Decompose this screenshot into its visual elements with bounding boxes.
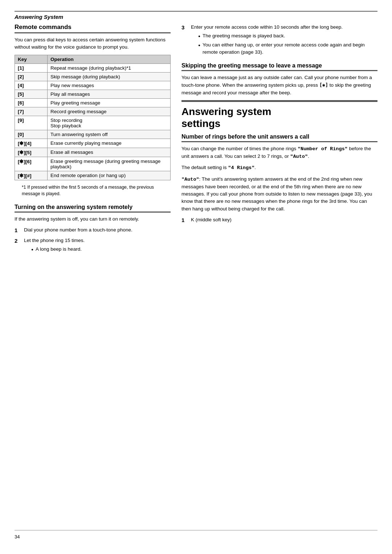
table-row-op-3: Play all messages — [48, 90, 171, 98]
table-row-op-9: Erase all messages — [48, 148, 171, 157]
table-row-key-0: [1] — [15, 63, 48, 72]
step-2-text: Let the phone ring 15 times. — [24, 238, 85, 243]
remote-commands-section: Remote commands You can press dial keys … — [15, 24, 171, 197]
table-header-key: Key — [15, 55, 48, 63]
step-1-text: Dial your phone number from a touch-tone… — [24, 226, 132, 235]
step-1-num: 1 — [15, 226, 21, 235]
step-1: 1 Dial your phone number from a touch-to… — [15, 226, 171, 235]
left-column: Remote commands You can press dial keys … — [15, 24, 171, 530]
skipping-section: Skipping the greeting message to leave a… — [181, 62, 377, 97]
remote-commands-title: Remote commands — [15, 24, 171, 33]
number-of-rings-mono3: "4 Rings" — [228, 165, 254, 171]
number-of-rings-body1: You can change the number of times the p… — [181, 145, 377, 161]
number-of-rings-mono2: "Auto" — [290, 154, 308, 159]
rings-step-1-text: K (middle soft key) — [191, 216, 232, 225]
answering-system-settings-title: Answering system settings — [181, 106, 377, 130]
settings-title-line1: Answering system settings — [181, 106, 377, 130]
number-of-rings-auto: "Auto": The unit's answering system answ… — [181, 176, 377, 213]
number-of-rings-mono1: "Number of Rings" — [298, 146, 348, 152]
table-row-key-1: [2] — [15, 72, 48, 81]
table-row-key-7: [0] — [15, 130, 48, 139]
remote-commands-body: You can press dial keys to access certai… — [15, 36, 171, 51]
step-3-text: Enter your remote access code within 10 … — [191, 24, 343, 30]
table-row-key-3: [5] — [15, 90, 48, 98]
step3-list: 3 Enter your remote access code within 1… — [181, 24, 377, 57]
number-of-rings-section: Number of rings before the unit answers … — [181, 134, 377, 225]
skipping-title: Skipping the greeting message to leave a… — [181, 62, 377, 71]
rings-steps: 1 K (middle soft key) — [181, 216, 377, 225]
step-2: 2 Let the phone ring 15 times. A long be… — [15, 237, 171, 255]
step-3-num: 3 — [181, 24, 188, 57]
turning-on-title: Turning on the answering system remotely — [15, 204, 171, 213]
table-row-op-1: Skip message (during playback) — [48, 72, 171, 81]
table-row-key-8: [✱][4] — [15, 139, 48, 148]
table-row-op-7: Turn answering system off — [48, 130, 171, 139]
asterisk-key: [✱] — [319, 82, 328, 88]
section-header: Answering System — [15, 14, 377, 20]
step-2-num: 2 — [15, 237, 21, 255]
step-3-bullets: The greeting message is played back. You… — [198, 32, 377, 56]
step-2-bullet-1-text: A long beep is heard. — [36, 246, 82, 253]
page-number: 34 — [15, 530, 377, 539]
table-row-key-2: [4] — [15, 81, 48, 90]
turning-on-body: If the answering system is off, you can … — [15, 216, 171, 223]
key-table: Key Operation [1]Repeat message (during … — [15, 55, 171, 180]
step-3: 3 Enter your remote access code within 1… — [181, 24, 377, 57]
rings-step-1: 1 K (middle soft key) — [181, 216, 377, 225]
table-row-key-4: [6] — [15, 98, 48, 107]
table-row-key-5: [7] — [15, 107, 48, 116]
number-of-rings-title: Number of rings before the unit answers … — [181, 134, 377, 142]
skipping-body: You can leave a message just as any outs… — [181, 74, 377, 97]
table-row-op-11: End remote operation (or hang up) — [48, 171, 171, 180]
table-row-key-11: [✱][#] — [15, 171, 48, 180]
right-column: 3 Enter your remote access code within 1… — [181, 24, 377, 530]
table-row-op-10: Erase greeting message (during greeting … — [48, 157, 171, 171]
table-row-op-5: Record greeting message — [48, 107, 171, 116]
step-2-bullet-1: A long beep is heard. — [31, 246, 85, 253]
table-header-operation: Operation — [48, 55, 171, 63]
table-row-op-6: Stop recordingStop playback — [48, 116, 171, 130]
table-row-op-8: Erase currently playing message — [48, 139, 171, 148]
rings-step-1-num: 1 — [181, 216, 188, 225]
turning-on-steps: 1 Dial your phone number from a touch-to… — [15, 226, 171, 254]
turning-on-section: Turning on the answering system remotely… — [15, 204, 171, 254]
step-3-bullet-1-text: The greeting message is played back. — [203, 32, 285, 40]
number-of-rings-default: The default setting is "4 Rings". — [181, 164, 377, 172]
page: Answering System Remote commands You can… — [0, 0, 392, 554]
step-3-bullet-2-text: You can either hang up, or enter your re… — [203, 41, 377, 56]
table-row-op-0: Repeat message (during playback)*1 — [48, 63, 171, 72]
step-3-bullet-1: The greeting message is played back. — [198, 32, 377, 40]
auto-label: "Auto" — [181, 177, 199, 182]
table-row-op-2: Play new messages — [48, 81, 171, 90]
footnote: *1 If pressed within the first 5 seconds… — [15, 184, 171, 198]
table-row-op-4: Play greeting message — [48, 98, 171, 107]
table-row-key-9: [✱][5] — [15, 148, 48, 157]
table-row-key-6: [9] — [15, 116, 48, 130]
step-3-bullet-2: You can either hang up, or enter your re… — [198, 41, 377, 56]
table-row-key-10: [✱][6] — [15, 157, 48, 171]
step-2-bullets: A long beep is heard. — [31, 246, 85, 253]
